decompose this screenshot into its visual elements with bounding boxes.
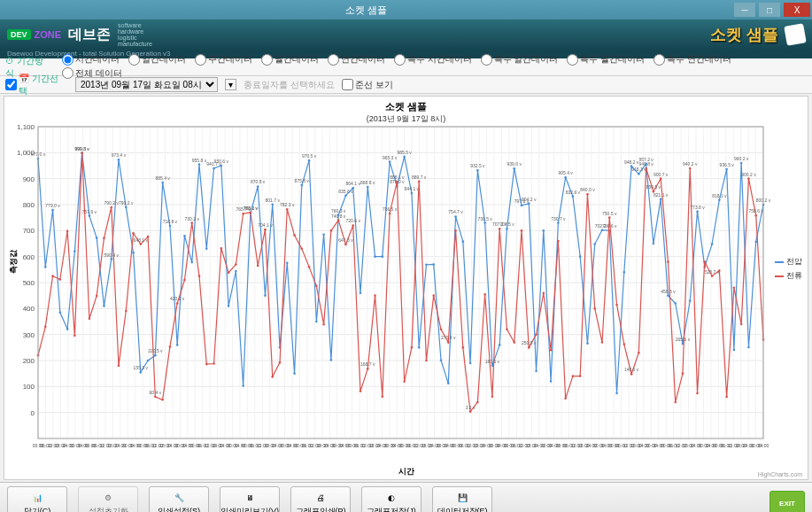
date-stepper-down[interactable]: ▾: [225, 79, 236, 90]
svg-point-258: [220, 165, 223, 167]
svg-point-401: [213, 362, 215, 365]
period-select-enable-checkbox[interactable]: [5, 79, 17, 90]
svg-point-234: [110, 258, 112, 260]
svg-text:500: 500: [23, 279, 35, 287]
print-settings-button[interactable]: 🔧인쇄설정(S): [149, 486, 209, 513]
svg-point-477: [638, 352, 640, 354]
svg-point-299: [418, 346, 421, 349]
print-graph-button[interactable]: 🖨그래프인쇄(P): [290, 486, 351, 513]
svg-point-278: [322, 233, 325, 236]
chart-legend: 전압 전류: [775, 256, 802, 284]
svg-point-493: [718, 269, 721, 272]
save-graph-button[interactable]: ◐그래프저장(J): [361, 486, 421, 513]
svg-point-485: [674, 401, 677, 404]
svg-point-403: [228, 272, 230, 275]
svg-text:250.5 v: 250.5 v: [522, 340, 537, 345]
svg-point-464: [564, 398, 567, 400]
svg-point-448: [469, 410, 472, 413]
svg-point-330: [572, 195, 575, 198]
app-icon: [784, 23, 806, 45]
period-radio-8[interactable]: 특수 연간데이터: [653, 53, 731, 66]
svg-point-241: [140, 371, 143, 374]
svg-point-399: [198, 275, 201, 277]
period-radio-4[interactable]: 연간데이터: [328, 53, 385, 66]
period-date-dropdown[interactable]: 2013년 09월 17일 화요일 08시: [75, 77, 218, 92]
svg-point-347: [653, 243, 655, 245]
svg-point-484: [667, 260, 669, 263]
window-titlebar: 소켓 샘플 ─ □ X: [0, 0, 812, 19]
chart-icon: 📊: [28, 491, 46, 505]
svg-text:600: 600: [23, 253, 35, 261]
svg-point-248: [169, 225, 172, 228]
svg-point-304: [454, 215, 457, 218]
svg-text:420.2 v: 420.2 v: [170, 296, 185, 301]
svg-point-475: [630, 373, 633, 376]
svg-text:648.1 v: 648.1 v: [134, 237, 149, 243]
exit-button[interactable]: EXIT: [769, 491, 805, 513]
chart-credit: HighCharts.com: [758, 471, 802, 477]
baseline-checkbox-wrap[interactable]: 준선 보기: [342, 79, 393, 91]
svg-text:525.7 v: 525.7 v: [705, 269, 720, 275]
svg-text:34:00: 34:00: [758, 443, 769, 448]
svg-point-499: [754, 214, 757, 217]
period-radio-1[interactable]: 일간데이터: [128, 53, 186, 66]
baseline-checkbox[interactable]: [342, 79, 353, 90]
minimize-button[interactable]: ─: [734, 3, 755, 17]
svg-text:730.5 v: 730.5 v: [477, 216, 492, 221]
svg-point-429: [367, 368, 369, 370]
svg-point-273: [301, 184, 304, 187]
svg-point-240: [132, 252, 135, 254]
svg-point-236: [118, 159, 120, 161]
svg-point-380: [96, 295, 98, 298]
pie-icon: ◐: [383, 491, 400, 505]
svg-point-496: [740, 323, 743, 326]
period-radio-5[interactable]: 특수 시간데이터: [394, 53, 472, 66]
svg-point-343: [638, 173, 640, 175]
svg-point-404: [235, 263, 237, 266]
svg-text:818.1 v: 818.1 v: [712, 193, 727, 198]
svg-point-385: [125, 310, 128, 313]
period-radio-6[interactable]: 특수 일간데이터: [481, 53, 559, 66]
close-window-button[interactable]: X: [784, 3, 810, 17]
svg-text:850.5 v: 850.5 v: [646, 184, 661, 190]
period-radio-0[interactable]: 시간데이터: [62, 53, 120, 66]
period-radio-7[interactable]: 특수 월간데이터: [567, 53, 645, 66]
svg-point-397: [190, 221, 193, 224]
svg-point-282: [344, 194, 347, 197]
svg-point-431: [374, 294, 376, 297]
svg-point-490: [704, 260, 707, 263]
svg-point-360: [718, 198, 721, 201]
svg-point-407: [250, 212, 252, 214]
svg-point-409: [257, 265, 259, 268]
svg-text:875.8 v: 875.8 v: [295, 178, 310, 183]
logo: DEV ZONE 데브존 softwarehardwarelogisticman…: [7, 22, 152, 47]
print-preview-button[interactable]: 🖥인쇄미리보기(V): [220, 486, 280, 513]
close-button[interactable]: 📊닫기(C): [7, 486, 67, 513]
svg-text:3.1 v: 3.1 v: [466, 405, 476, 410]
svg-text:905.4 v: 905.4 v: [558, 170, 573, 175]
period-select-label: 📅 기간선택: [19, 73, 63, 97]
svg-point-466: [579, 375, 582, 377]
svg-point-227: [73, 251, 76, 253]
svg-point-374: [59, 278, 62, 281]
svg-point-271: [286, 261, 289, 264]
svg-point-289: [374, 255, 376, 258]
svg-point-233: [103, 305, 105, 307]
save-data-button[interactable]: 💾데이터저장(E): [432, 486, 492, 513]
svg-point-255: [205, 248, 208, 251]
svg-point-223: [51, 209, 54, 212]
svg-point-333: [586, 342, 589, 345]
svg-text:200: 200: [23, 357, 35, 365]
svg-point-238: [125, 206, 128, 209]
svg-point-265: [257, 185, 259, 188]
period-select-checkbox-wrap[interactable]: 📅 기간선택: [5, 73, 68, 97]
chart-svg[interactable]: 01002003004005006007008009001,0001,10000…: [4, 121, 808, 476]
period-radio-3[interactable]: 월간데이터: [261, 53, 319, 66]
svg-point-456: [513, 341, 515, 344]
svg-point-328: [564, 176, 567, 179]
maximize-button[interactable]: □: [759, 3, 780, 17]
svg-point-324: [543, 229, 545, 232]
reset-settings-button[interactable]: ⚙설정초기화: [78, 486, 138, 513]
svg-point-457: [521, 229, 523, 232]
period-radio-2[interactable]: 주간데이터: [195, 53, 252, 66]
